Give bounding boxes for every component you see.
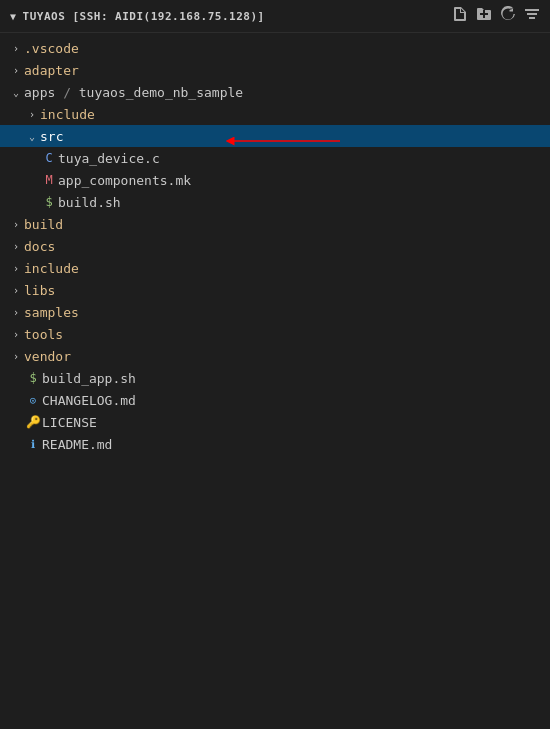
chevron-adapter: › <box>8 65 24 76</box>
collapse-all-icon[interactable] <box>524 6 540 26</box>
file-tree: › .vscode › adapter ⌄ apps / tuyaos_demo… <box>0 33 550 455</box>
tree-item-vendor[interactable]: › vendor <box>0 345 550 367</box>
chevron-vscode: › <box>8 43 24 54</box>
tree-item-docs[interactable]: › docs <box>0 235 550 257</box>
label-docs: docs <box>24 239 55 254</box>
new-file-icon[interactable] <box>452 6 468 26</box>
label-tuya-device-c: tuya_device.c <box>58 151 160 166</box>
explorer: › .vscode › adapter ⌄ apps / tuyaos_demo… <box>0 33 550 455</box>
title-bar: ▼ TUYAOS [SSH: AIDI(192.168.75.128)] <box>0 0 550 33</box>
c-file-icon: C <box>40 151 58 165</box>
label-readme: README.md <box>42 437 112 452</box>
shell-file-icon-build-app: $ <box>24 371 42 385</box>
chevron-build: › <box>8 219 24 230</box>
label-src: src <box>40 129 63 144</box>
tree-item-build-app-sh[interactable]: › $ build_app.sh <box>0 367 550 389</box>
chevron-tools: › <box>8 329 24 340</box>
label-vscode: .vscode <box>24 41 79 56</box>
tree-item-adapter[interactable]: › adapter <box>0 59 550 81</box>
title-bar-text: TUYAOS [SSH: AIDI(192.168.75.128)] <box>23 10 265 23</box>
chevron-samples: › <box>8 307 24 318</box>
tree-item-tuya-device-c[interactable]: C tuya_device.c <box>0 147 550 169</box>
tree-item-src[interactable]: ⌄ src <box>0 125 550 147</box>
tree-item-libs[interactable]: › libs <box>0 279 550 301</box>
label-changelog: CHANGELOG.md <box>42 393 136 408</box>
tree-item-app-components-mk[interactable]: M app_components.mk <box>0 169 550 191</box>
new-folder-icon[interactable] <box>476 6 492 26</box>
label-adapter: adapter <box>24 63 79 78</box>
mk-file-icon: M <box>40 173 58 187</box>
chevron-include-sub: › <box>24 109 40 120</box>
tree-item-license[interactable]: › 🔑 LICENSE <box>0 411 550 433</box>
tree-item-include-sub[interactable]: › include <box>0 103 550 125</box>
label-vendor: vendor <box>24 349 71 364</box>
chevron-vendor: › <box>8 351 24 362</box>
readme-icon: ℹ <box>24 438 42 451</box>
tree-item-samples[interactable]: › samples <box>0 301 550 323</box>
label-app-components-mk: app_components.mk <box>58 173 191 188</box>
tree-item-build-sh[interactable]: $ build.sh <box>0 191 550 213</box>
tree-item-changelog[interactable]: › ⊙ CHANGELOG.md <box>0 389 550 411</box>
refresh-icon[interactable] <box>500 6 516 26</box>
changelog-icon: ⊙ <box>24 394 42 407</box>
label-license: LICENSE <box>42 415 97 430</box>
label-build-app-sh: build_app.sh <box>42 371 136 386</box>
chevron-apps: ⌄ <box>8 87 24 98</box>
label-build: build <box>24 217 63 232</box>
tree-item-vscode[interactable]: › .vscode <box>0 37 550 59</box>
label-apps-path: apps / tuyaos_demo_nb_sample <box>24 85 243 100</box>
chevron-src: ⌄ <box>24 131 40 142</box>
license-icon: 🔑 <box>24 415 42 429</box>
chevron-include: › <box>8 263 24 274</box>
tree-item-tools[interactable]: › tools <box>0 323 550 345</box>
label-build-sh: build.sh <box>58 195 121 210</box>
title-bar-actions <box>452 6 540 26</box>
chevron-libs: › <box>8 285 24 296</box>
tree-item-include[interactable]: › include <box>0 257 550 279</box>
label-include: include <box>24 261 79 276</box>
tree-item-apps-path[interactable]: ⌄ apps / tuyaos_demo_nb_sample <box>0 81 550 103</box>
title-bar-left: ▼ TUYAOS [SSH: AIDI(192.168.75.128)] <box>10 10 265 23</box>
label-libs: libs <box>24 283 55 298</box>
tree-item-readme[interactable]: › ℹ README.md <box>0 433 550 455</box>
chevron-docs: › <box>8 241 24 252</box>
label-tools: tools <box>24 327 63 342</box>
label-include-sub: include <box>40 107 95 122</box>
collapse-chevron[interactable]: ▼ <box>10 11 17 22</box>
label-samples: samples <box>24 305 79 320</box>
shell-file-icon-build: $ <box>40 195 58 209</box>
tree-item-build[interactable]: › build <box>0 213 550 235</box>
